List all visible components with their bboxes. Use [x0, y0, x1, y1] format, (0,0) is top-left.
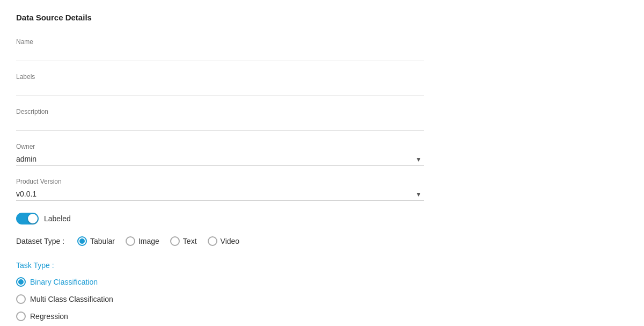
regression-label: Regression: [30, 312, 68, 321]
page-title: Data Source Details: [16, 13, 424, 22]
multi-class-radio-circle: [16, 294, 26, 304]
video-radio-circle: [208, 236, 217, 246]
toggle-thumb: [28, 214, 38, 223]
image-radio-circle: [126, 236, 135, 246]
labeled-label: Labeled: [44, 214, 71, 223]
binary-classification-radio-circle: [16, 277, 26, 287]
product-version-label: Product Version: [16, 178, 424, 185]
task-binary-classification[interactable]: Binary Classification: [16, 277, 424, 287]
description-label: Description: [16, 108, 424, 115]
dataset-type-group: Dataset Type : Tabular Image Text Video: [16, 236, 424, 246]
description-input[interactable]: [16, 118, 424, 131]
toggle-track: [16, 213, 39, 224]
name-group: Name: [16, 38, 424, 61]
owner-label: Owner: [16, 143, 424, 150]
video-label: Video: [221, 237, 240, 245]
binary-classification-label: Binary Classification: [30, 278, 98, 286]
text-label: Text: [183, 237, 197, 245]
dataset-type-text[interactable]: Text: [170, 236, 197, 246]
task-regression[interactable]: Regression: [16, 311, 424, 321]
task-type-title: Task Type :: [16, 261, 424, 270]
tabular-label: Tabular: [90, 237, 115, 245]
labels-group: Labels: [16, 73, 424, 96]
owner-select[interactable]: admin user1 user2: [16, 153, 424, 166]
labeled-toggle-group: Labeled: [16, 213, 424, 224]
dataset-type-label: Dataset Type :: [16, 237, 64, 245]
labeled-toggle[interactable]: [16, 213, 39, 224]
description-group: Description: [16, 108, 424, 131]
dataset-type-video[interactable]: Video: [208, 236, 240, 246]
task-multi-class-classification[interactable]: Multi Class Classification: [16, 294, 424, 304]
task-type-section: Task Type : Binary Classification Multi …: [16, 261, 424, 326]
product-version-select-wrapper: v0.0.1 v0.0.2 v1.0.0 ▼: [16, 187, 424, 201]
multi-class-label: Multi Class Classification: [30, 295, 113, 303]
image-label: Image: [138, 237, 159, 245]
product-version-select[interactable]: v0.0.1 v0.0.2 v1.0.0: [16, 187, 424, 201]
labels-label: Labels: [16, 73, 424, 81]
product-version-group: Product Version v0.0.1 v0.0.2 v1.0.0 ▼: [16, 178, 424, 201]
name-label: Name: [16, 38, 424, 46]
dataset-type-tabular[interactable]: Tabular: [77, 236, 115, 246]
regression-radio-circle: [16, 311, 26, 321]
dataset-type-image[interactable]: Image: [126, 236, 159, 246]
page-container: Data Source Details Name Labels Descript…: [0, 0, 440, 326]
owner-select-wrapper: admin user1 user2 ▼: [16, 153, 424, 166]
name-input[interactable]: [16, 48, 424, 61]
text-radio-circle: [170, 236, 180, 246]
labels-input[interactable]: [16, 83, 424, 96]
owner-group: Owner admin user1 user2 ▼: [16, 143, 424, 166]
task-options: Binary Classification Multi Class Classi…: [16, 277, 424, 326]
tabular-radio-circle: [77, 236, 87, 246]
